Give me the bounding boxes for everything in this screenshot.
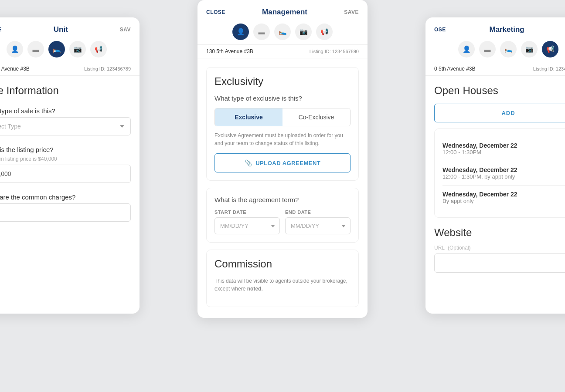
open-houses-title: Open Houses (434, 84, 565, 97)
nav-icon-building-3[interactable]: ▬ (479, 41, 496, 57)
oh-date-1: Wednesday, December 22 (442, 142, 517, 149)
oh-time-2: 12:00 - 1:30PM, by appt only (442, 173, 517, 180)
nav-icon-camera-2[interactable]: 📷 (295, 24, 312, 40)
unit-address-bar: 130 5th Avenue #3B Listing ID: 123456789 (0, 62, 140, 76)
nav-icon-building-2[interactable]: ▬ (253, 24, 270, 40)
sale-type-group: What type of sale is this? Select Type (0, 107, 131, 135)
unit-card: CLOSE Unit SAV 👤 ▬ 🛌 📷 📢 130 5th Avenue … (0, 17, 140, 314)
website-title: Website (434, 226, 565, 239)
co-exclusive-toggle-btn[interactable]: Co-Exclusive (282, 108, 350, 126)
management-address: 130 5th Avenue #3B (206, 48, 253, 54)
marketing-card: OSE Marketing SAVE 👤 ▬ 🛌 📷 📢 0 5th Avenu… (425, 17, 565, 314)
nav-icon-camera-3[interactable]: 📷 (521, 41, 538, 57)
marketing-address-bar: 0 5th Avenue #3B Listing ID: 1234567890 (425, 62, 565, 76)
listing-price-group: What is the listing price? Minimum listi… (0, 146, 131, 183)
nav-icon-bed[interactable]: 🛌 (48, 41, 65, 57)
unit-save-button[interactable]: SAV (120, 27, 131, 33)
marketing-card-title: Marketing (489, 25, 524, 34)
common-charges-group: What are the common charges? (0, 193, 131, 222)
exclusivity-question: What type of exclusive is this? (214, 95, 351, 102)
management-card: CLOSE Management SAVE 👤 ▬ 🛌 📷 📢 130 5th … (197, 0, 368, 318)
nav-icon-person-3[interactable]: 👤 (458, 41, 475, 57)
marketing-icon-nav: 👤 ▬ 🛌 📷 📢 (425, 38, 565, 62)
exclusivity-toggle: Exclusive Co-Exclusive (214, 108, 351, 126)
unit-close-button[interactable]: CLOSE (0, 27, 2, 33)
listing-price-sublabel: Minimum listing price is $40,000 (0, 156, 131, 162)
nav-icon-bed-3[interactable]: 🛌 (500, 41, 517, 57)
url-input[interactable] (434, 253, 565, 273)
management-close-button[interactable]: CLOSE (206, 9, 225, 15)
upload-agreement-button[interactable]: 📎 UPLOAD AGREEMENT (214, 153, 351, 172)
open-house-item-2-info: Wednesday, December 22 12:00 - 1:30PM, b… (442, 166, 517, 180)
oh-time-1: 12:00 - 1:30PM (442, 149, 517, 155)
nav-icon-camera[interactable]: 📷 (69, 41, 86, 57)
nav-icon-bed-2[interactable]: 🛌 (274, 24, 291, 40)
management-listing-id: Listing ID: 1234567890 (310, 49, 359, 54)
marketing-listing-id: Listing ID: 1234567890 (533, 66, 565, 71)
commission-description: This data will be visible to agents outs… (214, 277, 351, 293)
upload-icon: 📎 (245, 159, 252, 166)
nav-icon-person[interactable]: 👤 (7, 41, 23, 57)
oh-time-3: By appt only (442, 198, 517, 204)
date-row: START DATE MM/DD/YY END DATE MM/DD/YY (214, 210, 351, 234)
management-card-title: Management (262, 8, 307, 17)
website-section: Website URL (Optional) (434, 226, 565, 273)
commission-section: Commission This data will be visible to … (206, 250, 359, 307)
listing-price-label: What is the listing price? (0, 146, 131, 153)
nav-icon-building[interactable]: ▬ (27, 41, 44, 57)
sale-info-title: Sale Information (0, 84, 131, 97)
end-date-select[interactable]: MM/DD/YY (285, 217, 351, 234)
sale-type-select[interactable]: Select Type (0, 117, 131, 135)
upload-agreement-label: UPLOAD AGREEMENT (255, 160, 320, 166)
unit-address: 130 5th Avenue #3B (0, 66, 30, 72)
marketing-close-button[interactable]: OSE (434, 27, 446, 33)
open-houses-list: Wednesday, December 22 12:00 - 1:30PM › … (434, 128, 565, 218)
start-date-field: START DATE MM/DD/YY (214, 210, 280, 234)
management-address-bar: 130 5th Avenue #3B Listing ID: 123456789… (197, 44, 368, 58)
end-date-label: END DATE (285, 210, 351, 215)
common-charges-input[interactable] (0, 203, 131, 222)
agreement-question: What is the agreement term? (214, 196, 351, 203)
open-house-item-1[interactable]: Wednesday, December 22 12:00 - 1:30PM › (442, 137, 565, 161)
management-save-button[interactable]: SAVE (344, 9, 359, 15)
marketing-card-body: Open Houses ADD Wednesday, December 22 1… (425, 76, 565, 314)
commission-title: Commission (214, 258, 351, 270)
management-card-body: Exclusivity What type of exclusive is th… (197, 58, 368, 315)
open-house-item-1-info: Wednesday, December 22 12:00 - 1:30PM (442, 142, 517, 155)
end-date-field: END DATE MM/DD/YY (285, 210, 351, 234)
url-label: URL (Optional) (434, 245, 565, 251)
start-date-label: START DATE (214, 210, 280, 215)
marketing-address: 0 5th Avenue #3B (434, 66, 476, 72)
sale-info-section: Sale Information (0, 84, 131, 97)
management-card-header: CLOSE Management SAVE (197, 0, 368, 21)
exclusivity-info-text: Exclusive Agreement must be uploaded in … (214, 132, 351, 147)
common-charges-label: What are the common charges? (0, 193, 131, 201)
marketing-card-header: OSE Marketing SAVE (425, 17, 565, 38)
unit-card-header: CLOSE Unit SAV (0, 17, 140, 38)
sale-type-label: What type of sale is this? (0, 107, 131, 115)
nav-icon-megaphone-active[interactable]: 📢 (542, 41, 558, 57)
open-house-item-2[interactable]: Wednesday, December 22 12:00 - 1:30PM, b… (442, 161, 565, 186)
oh-date-2: Wednesday, December 22 (442, 166, 517, 173)
management-icon-nav: 👤 ▬ 🛌 📷 📢 (197, 21, 368, 44)
oh-date-3: Wednesday, December 22 (442, 191, 517, 198)
unit-card-title: Unit (54, 25, 68, 34)
nav-icon-megaphone-2[interactable]: 📢 (316, 24, 333, 40)
exclusive-toggle-btn[interactable]: Exclusive (215, 108, 282, 126)
add-open-house-button[interactable]: ADD (434, 104, 565, 122)
unit-icon-nav: 👤 ▬ 🛌 📷 📢 (0, 38, 140, 62)
open-house-item-3[interactable]: Wednesday, December 22 By appt only › (442, 186, 565, 210)
unit-card-body: Sale Information What type of sale is th… (0, 76, 140, 314)
unit-listing-id: Listing ID: 123456789 (84, 66, 131, 71)
listing-price-input[interactable] (0, 165, 131, 183)
nav-icon-megaphone[interactable]: 📢 (90, 41, 107, 57)
start-date-select[interactable]: MM/DD/YY (214, 217, 280, 234)
open-house-item-3-info: Wednesday, December 22 By appt only (442, 191, 517, 204)
nav-icon-person-active[interactable]: 👤 (232, 24, 249, 40)
agreement-section: What is the agreement term? START DATE M… (206, 188, 359, 243)
exclusivity-title: Exclusivity (214, 75, 351, 88)
exclusivity-section: Exclusivity What type of exclusive is th… (206, 67, 359, 181)
